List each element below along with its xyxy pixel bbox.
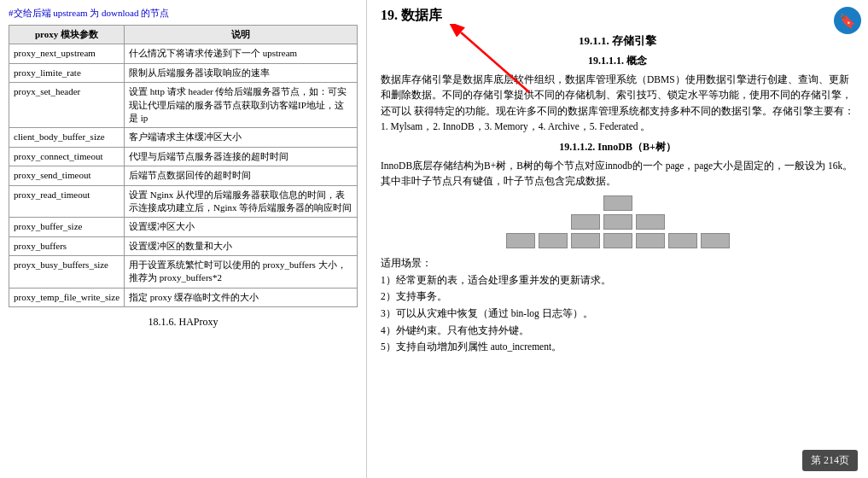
- use-cases-title: 适用场景：: [381, 255, 854, 272]
- tree-node-root: [603, 195, 632, 211]
- param-cell: proxy_buffer_size: [9, 218, 125, 236]
- table-row: proxy_limite_rate限制从后端服务器读取响应的速率: [9, 63, 358, 82]
- table-row: proxy_buffer_size设置缓冲区大小: [9, 218, 358, 236]
- tree-node-l3-6: [668, 233, 697, 248]
- use-case-item: 3）可以从灾难中恢复（通过 bin-log 日志等）。: [381, 306, 854, 323]
- desc-cell: 什么情况下将请求传递到下一个 upstream: [125, 44, 358, 63]
- tree-node-l3-3: [571, 233, 600, 248]
- desc-cell: 指定 proxy 缓存临时文件的大小: [125, 288, 358, 306]
- table-row: proxy_send_timeout后端节点数据回传的超时时间: [9, 166, 358, 185]
- param-cell: proxy_next_upstream: [9, 44, 125, 63]
- param-cell: proxy_temp_file_write_size: [9, 288, 125, 306]
- desc-cell: 设置 http 请求 header 传给后端服务器节点，如：可实现让代理后端的服…: [125, 83, 358, 128]
- bookmark-icon[interactable]: 🔖: [834, 7, 861, 34]
- concept-text: 数据库存储引擎是数据库底层软件组织，数据库管理系统（DBMS）使用数据引擎进行创…: [381, 72, 854, 135]
- table-row: proyx_busy_buffers_size用于设置系统繁忙时可以使用的 pr…: [9, 256, 358, 289]
- col-param-header: proxy 模块参数: [9, 26, 125, 44]
- btree-diagram: [381, 195, 854, 248]
- tree-node-l2-1: [571, 214, 600, 230]
- chapter-title: 19. 数据库: [381, 7, 854, 25]
- tree-node-l3-4: [603, 233, 632, 248]
- tree-node-l3-5: [636, 233, 665, 248]
- tree-node-l3-7: [701, 233, 730, 248]
- param-cell: proxy_send_timeout: [9, 166, 125, 185]
- section-storage-engine: 19.1.1. 存储引擎: [381, 33, 854, 49]
- right-panel: 🔖 19. 数据库 19.1.1. 存储引擎 19.1.1.1. 概念 数据库存…: [367, 0, 868, 478]
- use-cases-list: 1）经常更新的表，适合处理多重并发的更新请求。2）支持事务。3）可以从灾难中恢复…: [381, 272, 854, 356]
- table-row: proxy_temp_file_write_size指定 proxy 缓存临时文…: [9, 288, 358, 306]
- table-row: proxy_next_upstream什么情况下将请求传递到下一个 upstre…: [9, 44, 358, 63]
- param-cell: proyx_set_header: [9, 83, 125, 128]
- tree-level2-row: [571, 214, 665, 230]
- table-row: proyx_set_header设置 http 请求 header 传给后端服务…: [9, 83, 358, 128]
- table-row: client_body_buffer_size客户端请求主体缓冲区大小: [9, 128, 358, 147]
- tree-node-l3-1: [506, 233, 535, 248]
- haproxy-section-title: 18.1.6. HAProxy: [9, 316, 358, 329]
- page-badge: 第 214页: [802, 450, 858, 471]
- innodb-text: InnoDB底层存储结构为B+树，B树的每个节点对应innodb的一个 page…: [381, 158, 854, 189]
- col-desc-header: 说明: [125, 26, 358, 44]
- table-row: proxy_connect_timeout代理与后端节点服务器连接的超时时间: [9, 147, 358, 166]
- desc-cell: 设置 Nginx 从代理的后端服务器获取信息的时间，表示连接成功建立后，Ngin…: [125, 185, 358, 218]
- use-case-item: 2）支持事务。: [381, 289, 854, 306]
- param-cell: proxy_connect_timeout: [9, 147, 125, 166]
- tree-root-row: [603, 195, 632, 211]
- top-note: #交给后端 upstream 为 download 的节点: [9, 7, 358, 20]
- proxy-table: proxy 模块参数 说明 proxy_next_upstream什么情况下将请…: [9, 25, 358, 307]
- desc-cell: 代理与后端节点服务器连接的超时时间: [125, 147, 358, 166]
- table-row: proxy_buffers设置缓冲区的数量和大小: [9, 236, 358, 255]
- left-panel: #交给后端 upstream 为 download 的节点 proxy 模块参数…: [0, 0, 367, 478]
- tree-node-l2-2: [603, 214, 632, 230]
- tree-level3-row: [506, 233, 730, 248]
- subsection-innodb: 19.1.1.2. InnoDB（B+树）: [381, 140, 854, 154]
- param-cell: proxy_read_timeout: [9, 185, 125, 218]
- use-case-item: 1）经常更新的表，适合处理多重并发的更新请求。: [381, 272, 854, 289]
- bookmark-symbol: 🔖: [839, 13, 856, 29]
- param-cell: proyx_busy_buffers_size: [9, 256, 125, 289]
- subsection-concept: 19.1.1.1. 概念: [381, 54, 854, 68]
- desc-cell: 后端节点数据回传的超时时间: [125, 166, 358, 185]
- use-cases-section: 适用场景： 1）经常更新的表，适合处理多重并发的更新请求。2）支持事务。3）可以…: [381, 255, 854, 355]
- param-cell: client_body_buffer_size: [9, 128, 125, 147]
- tree-node-l3-2: [539, 233, 568, 248]
- tree-node-l2-3: [636, 214, 665, 230]
- desc-cell: 限制从后端服务器读取响应的速率: [125, 63, 358, 82]
- use-case-item: 5）支持自动增加列属性 auto_increment。: [381, 339, 854, 356]
- desc-cell: 客户端请求主体缓冲区大小: [125, 128, 358, 147]
- table-row: proxy_read_timeout设置 Nginx 从代理的后端服务器获取信息…: [9, 185, 358, 218]
- desc-cell: 用于设置系统繁忙时可以使用的 proxy_buffers 大小，推荐为 prox…: [125, 256, 358, 289]
- param-cell: proxy_limite_rate: [9, 63, 125, 82]
- desc-cell: 设置缓冲区的数量和大小: [125, 236, 358, 255]
- desc-cell: 设置缓冲区大小: [125, 218, 358, 236]
- param-cell: proxy_buffers: [9, 236, 125, 255]
- use-case-item: 4）外键约束。只有他支持外键。: [381, 323, 854, 340]
